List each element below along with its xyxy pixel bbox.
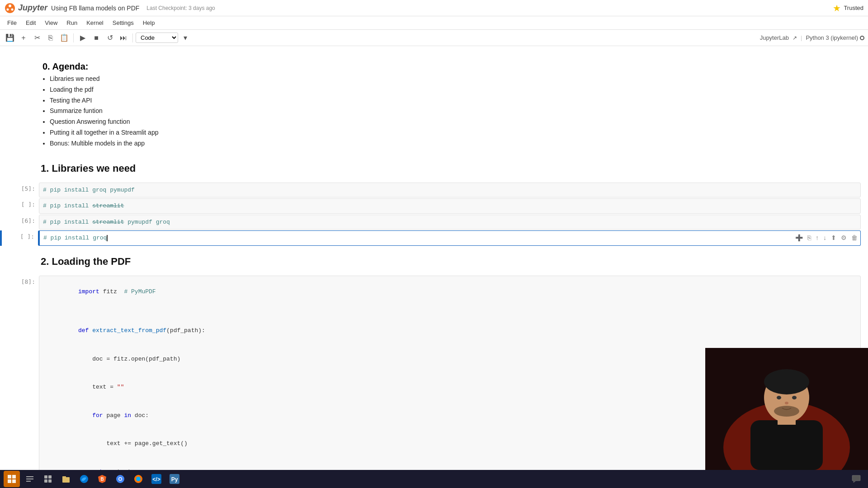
cell-blank-1: [ ]: # pip install streamlit — [0, 198, 868, 214]
cell-active-prompt: [ ]: — [2, 230, 38, 246]
chrome-icon — [115, 474, 125, 484]
svg-rect-14 — [8, 475, 11, 479]
cell-active-code[interactable]: # pip install groq — [40, 233, 860, 244]
section1-content: 1. Libraries we need — [39, 154, 868, 182]
firefox-icon — [133, 474, 143, 484]
svg-point-11 — [792, 396, 797, 399]
agenda-item-6: Bonus: Multible models in the app — [50, 138, 861, 149]
paste-button[interactable]: 📋 — [58, 32, 71, 44]
chat-icon — [851, 474, 861, 484]
cell-active-content[interactable]: # pip install groq ➕ ⎘ ↑ ↓ ⬆ ⚙ 🗑 — [38, 230, 861, 246]
taskbar-edge[interactable] — [76, 471, 92, 487]
copy-button[interactable]: ⎘ — [44, 32, 57, 44]
taskbar-brave[interactable]: B — [94, 471, 110, 487]
taskbar-search[interactable] — [22, 471, 38, 487]
section1-heading: 1. Libraries we need — [41, 163, 861, 174]
menu-kernel[interactable]: Kernel — [83, 19, 107, 27]
save-button[interactable]: 💾 — [4, 32, 16, 44]
section2-content: 2. Loading the PDF — [39, 247, 868, 275]
agenda-item-0: Libraries we need — [50, 74, 861, 84]
menu-view[interactable]: View — [41, 19, 61, 27]
section2-heading: 2. Loading the PDF — [41, 256, 861, 267]
cell-type-dropdown[interactable]: ▾ — [179, 32, 192, 44]
cell-prompt — [3, 154, 39, 182]
cell-filter-icon[interactable]: ⚙ — [840, 233, 848, 242]
menu-help[interactable]: Help — [139, 19, 159, 27]
svg-point-9 — [764, 369, 809, 394]
svg-rect-6 — [750, 420, 823, 470]
cell-delete-icon[interactable]: 🗑 — [850, 233, 859, 242]
toolbar-separator-2 — [132, 33, 133, 42]
cell-toolbar-icons: ➕ ⎘ ↑ ↓ ⬆ ⚙ 🗑 — [794, 233, 859, 242]
svg-rect-24 — [48, 479, 52, 483]
cell-blank-1-prompt: [ ]: — [3, 198, 39, 214]
cell-type-select[interactable]: Code Markdown Raw — [136, 33, 178, 43]
kw-def: def — [78, 327, 89, 334]
cell-prompt — [3, 247, 39, 275]
top-bar: Jupyter Using FB llama models on PDF Las… — [0, 0, 868, 16]
agenda-list: Libraries we need Loading the pdf Testin… — [50, 74, 861, 149]
kernel-indicator: Python 3 (ipykernel) — [806, 34, 864, 41]
svg-text:B: B — [100, 477, 104, 482]
restart-run-button[interactable]: ⏭ — [117, 32, 130, 44]
comment-span: # pip install groq pymupdf — [43, 187, 135, 193]
explorer-icon — [61, 474, 71, 483]
svg-rect-17 — [12, 479, 16, 483]
trusted-label: Trusted — [844, 5, 863, 11]
toolbar-separator-dot: | — [801, 34, 802, 41]
taskbar-start[interactable] — [4, 471, 20, 487]
menu-file[interactable]: File — [4, 19, 20, 27]
comment-pymupdf: # PyMuPDF — [124, 288, 156, 295]
str-empty: "" — [117, 384, 124, 390]
checkpoint-info: Last Checkpoint: 3 days ago — [146, 5, 215, 11]
menu-run[interactable]: Run — [63, 19, 81, 27]
agenda-item-5: Putting it all together in a Streamlit a… — [50, 127, 861, 138]
cell-add-icon[interactable]: ➕ — [794, 233, 804, 242]
cell-blank-1-content[interactable]: # pip install streamlit — [39, 198, 861, 214]
taskbar-vscode[interactable]: </> — [148, 471, 165, 487]
edge-icon — [79, 474, 89, 484]
restart-button[interactable]: ↺ — [104, 32, 116, 44]
taskbar-widgets[interactable] — [40, 471, 56, 487]
svg-rect-22 — [48, 475, 52, 479]
cell-5-content[interactable]: # pip install groq pymupdf — [39, 183, 861, 198]
cut-button[interactable]: ✂ — [31, 32, 43, 44]
svg-rect-16 — [8, 479, 11, 483]
vscode-icon: </> — [151, 474, 161, 484]
cell-copy-icon[interactable]: ⎘ — [806, 233, 812, 242]
taskbar-explorer[interactable] — [58, 471, 74, 487]
cell-6-content[interactable]: # pip install streamlit pymupdf groq — [39, 215, 861, 230]
add-cell-button[interactable]: + — [17, 32, 30, 44]
interrupt-button[interactable]: ■ — [90, 32, 103, 44]
webcam-person-svg — [705, 348, 868, 470]
toolbar-right: JupyterLab ↗ | Python 3 (ipykernel) — [760, 34, 864, 41]
taskbar-chrome[interactable] — [112, 471, 128, 487]
kw-in: in — [124, 412, 131, 419]
menu-settings[interactable]: Settings — [109, 19, 137, 27]
trusted-star-icon: ★ — [833, 3, 841, 14]
notebook-title: Using FB llama models on PDF — [51, 5, 139, 12]
cell-down-icon[interactable]: ↓ — [822, 233, 828, 242]
cell-share-icon[interactable]: ⬆ — [830, 233, 838, 242]
comment-span: # pip install streamlit — [43, 202, 124, 209]
menu-edit[interactable]: Edit — [22, 19, 39, 27]
cell-6: [6]: # pip install streamlit pymupdf gro… — [0, 215, 868, 230]
agenda-item-3: Summarize funtion — [50, 106, 861, 117]
section2-cell: 2. Loading the PDF — [0, 247, 868, 275]
kw-for: for — [92, 412, 103, 419]
cell-markdown-content: 0. Agenda: Libraries we need Loading the… — [39, 56, 868, 153]
svg-rect-18 — [26, 476, 33, 477]
cell-up-icon[interactable]: ↑ — [814, 233, 820, 242]
taskbar-python[interactable]: Py — [166, 471, 183, 487]
taskbar-chat[interactable] — [848, 471, 864, 487]
taskbar-firefox[interactable] — [130, 471, 146, 487]
svg-rect-26 — [62, 476, 66, 478]
jupyterlab-link[interactable]: JupyterLab — [760, 34, 789, 41]
cell-active: [ ]: # pip install groq ➕ ⎘ ↑ ↓ ⬆ ⚙ 🗑 — [0, 230, 868, 246]
cell-prompt — [3, 56, 39, 153]
toolbar-separator-1 — [73, 33, 74, 42]
agenda-item-1: Loading the pdf — [50, 84, 861, 95]
run-button[interactable]: ▶ — [76, 32, 89, 44]
svg-point-10 — [777, 396, 781, 399]
cell-5: [5]: # pip install groq pymupdf — [0, 183, 868, 198]
